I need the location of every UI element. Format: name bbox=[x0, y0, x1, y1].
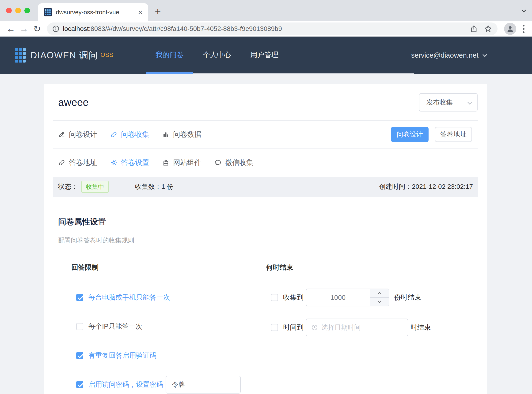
checkbox-password[interactable] bbox=[76, 381, 83, 388]
nav-item-personal-center[interactable]: 个人中心 bbox=[193, 36, 241, 73]
publish-select[interactable]: 发布收集 bbox=[419, 93, 478, 112]
reload-icon[interactable]: ↻ bbox=[31, 24, 44, 33]
end-condition-column: 何时结束 收集到 份时结束 时间到 bbox=[266, 263, 487, 394]
minimize-window-button[interactable] bbox=[15, 8, 21, 13]
main-menu: 我的问卷 个人中心 用户管理 bbox=[146, 36, 414, 74]
survey-tabs-row: 问卷设计 问卷收集 问卷数据 问卷设计 答卷地址 bbox=[44, 121, 487, 148]
close-tab-icon[interactable]: × bbox=[138, 8, 143, 16]
browser-tab-strip: dwsurvey-oss-front-vue × + bbox=[0, 0, 532, 21]
status-badge: 收集中 bbox=[81, 181, 109, 193]
browser-toolbar: ← → ↻ localhost:8083/#/dw/survey/c/attr/… bbox=[0, 21, 532, 36]
share-icon[interactable] bbox=[470, 25, 478, 33]
forward-icon: → bbox=[17, 24, 31, 33]
wechat-icon bbox=[214, 159, 221, 166]
bar-chart-icon bbox=[162, 131, 169, 138]
count-value-input[interactable] bbox=[306, 289, 370, 306]
pencil-icon bbox=[58, 131, 65, 138]
subtab-site-widget[interactable]: 网站组件 bbox=[162, 158, 201, 167]
checkbox-end-by-time[interactable] bbox=[271, 324, 278, 331]
created-label: 创建时间： bbox=[379, 183, 412, 190]
tab-title: dwsurvey-oss-front-vue bbox=[56, 9, 136, 16]
address-bar[interactable]: localhost:8083/#/dw/survey/c/attr/c98fa1… bbox=[47, 22, 498, 35]
password-input[interactable] bbox=[166, 376, 241, 394]
subtab-wechat-collect[interactable]: 微信收集 bbox=[214, 158, 253, 167]
count-number-input bbox=[306, 289, 389, 306]
card-header: aweee 发布收集 bbox=[44, 84, 487, 120]
checkbox-end-by-count[interactable] bbox=[271, 294, 278, 301]
logo-icon bbox=[15, 48, 26, 62]
time-suffix: 时结束 bbox=[410, 323, 431, 332]
end-row-count: 收集到 份时结束 bbox=[266, 289, 487, 306]
subtab-label: 网站组件 bbox=[173, 158, 201, 167]
checkbox-label[interactable]: 收集到 bbox=[283, 293, 303, 302]
rule-row-ip-once: 每个IP只能答一次 bbox=[71, 318, 266, 335]
rule-row-password: 启用访问密码，设置密码 bbox=[71, 376, 266, 394]
brand-edition: OSS bbox=[100, 51, 113, 59]
maximize-window-button[interactable] bbox=[24, 8, 30, 13]
checkbox-device-once[interactable] bbox=[76, 294, 83, 301]
status-bar: 状态： 收集中 收集数：1 份 创建时间：2021-12-02 23:02:17 bbox=[53, 177, 478, 197]
tab-survey-data[interactable]: 问卷数据 bbox=[162, 130, 201, 139]
new-tab-button[interactable]: + bbox=[155, 5, 161, 18]
nav-item-user-management[interactable]: 用户管理 bbox=[241, 36, 288, 73]
url-path: :8083/#/dw/survey/c/attr/c98fa140-50b7-4… bbox=[89, 25, 282, 32]
answer-url-button[interactable]: 答卷地址 bbox=[435, 127, 472, 142]
url-host: localhost bbox=[63, 25, 89, 32]
app-navbar: DIAOWEN 调问 OSS 我的问卷 个人中心 用户管理 service@di… bbox=[0, 36, 532, 74]
url-text[interactable]: localhost:8083/#/dw/survey/c/attr/c98fa1… bbox=[63, 25, 464, 33]
link-icon bbox=[58, 159, 65, 166]
checkbox-ip-once[interactable] bbox=[76, 323, 83, 330]
tab-search-chevron-icon[interactable] bbox=[522, 8, 525, 13]
collect-subtabs-row: 答卷地址 答卷设置 网站组件 微信收集 bbox=[44, 149, 487, 177]
subtab-answer-settings[interactable]: 答卷设置 bbox=[110, 158, 149, 167]
user-menu[interactable]: service@diaowen.net bbox=[411, 36, 486, 74]
gear-icon bbox=[110, 159, 117, 166]
link-icon bbox=[110, 131, 117, 138]
chevron-down-icon bbox=[483, 52, 487, 57]
checkbox-label[interactable]: 启用访问密码，设置密码 bbox=[88, 380, 163, 389]
favicon-icon bbox=[44, 8, 52, 16]
collect-count: 收集数：1 份 bbox=[135, 182, 173, 191]
checkbox-label[interactable]: 每个IP只能答一次 bbox=[88, 322, 142, 331]
tag-icon bbox=[162, 159, 169, 166]
answer-limit-column: 回答限制 每台电脑或手机只能答一次 每个IP只能答一次 有重复回答启用验证码 启… bbox=[71, 263, 266, 394]
bookmark-star-icon[interactable] bbox=[484, 25, 492, 33]
datetime-picker[interactable]: 选择日期时间 bbox=[306, 319, 408, 336]
created-time: 创建时间：2021-12-02 23:02:17 bbox=[379, 182, 473, 191]
attr-section: 问卷属性设置 配置问卷答卷时的收集规则 bbox=[44, 217, 487, 244]
browser-tab[interactable]: dwsurvey-oss-front-vue × bbox=[38, 3, 148, 21]
created-value: 2021-12-02 23:02:17 bbox=[412, 183, 473, 190]
subtab-label: 答卷地址 bbox=[69, 158, 97, 167]
checkbox-captcha[interactable] bbox=[76, 352, 83, 359]
survey-title: aweee bbox=[58, 97, 419, 108]
datetime-placeholder: 选择日期时间 bbox=[321, 323, 361, 332]
close-window-button[interactable] bbox=[6, 8, 12, 13]
tab-label: 问卷数据 bbox=[173, 130, 201, 139]
end-condition-header: 何时结束 bbox=[266, 263, 487, 272]
back-icon[interactable]: ← bbox=[4, 24, 17, 33]
count-value: 1 份 bbox=[161, 183, 173, 190]
survey-card: aweee 发布收集 问卷设计 问卷收集 问卷数据 问卷设计 答卷地址 bbox=[44, 84, 487, 394]
checkbox-label[interactable]: 有重复回答启用验证码 bbox=[88, 351, 156, 360]
stepper-down-button[interactable] bbox=[370, 298, 389, 306]
chevron-down-icon bbox=[468, 100, 472, 105]
checkbox-label[interactable]: 每台电脑或手机只能答一次 bbox=[88, 293, 170, 302]
brand-name: DIAOWEN 调问 bbox=[31, 49, 98, 61]
stepper-up-button[interactable] bbox=[370, 289, 389, 298]
nav-item-my-surveys[interactable]: 我的问卷 bbox=[146, 36, 193, 73]
subtab-answer-url[interactable]: 答卷地址 bbox=[58, 158, 97, 167]
checkbox-label[interactable]: 时间到 bbox=[283, 323, 303, 332]
browser-profile-avatar[interactable] bbox=[504, 23, 516, 35]
window-controls bbox=[6, 8, 30, 13]
tab-survey-collect[interactable]: 问卷收集 bbox=[110, 130, 149, 139]
number-stepper bbox=[370, 289, 389, 306]
design-button[interactable]: 问卷设计 bbox=[391, 127, 429, 142]
subtab-label: 答卷设置 bbox=[121, 158, 149, 167]
settings-form: 回答限制 每台电脑或手机只能答一次 每个IP只能答一次 有重复回答启用验证码 启… bbox=[44, 263, 487, 394]
tab-survey-design[interactable]: 问卷设计 bbox=[58, 130, 97, 139]
browser-menu-icon[interactable] bbox=[523, 25, 525, 33]
status-label: 状态： bbox=[58, 182, 78, 191]
info-icon[interactable] bbox=[52, 25, 60, 33]
count-suffix: 份时结束 bbox=[394, 293, 421, 302]
brand[interactable]: DIAOWEN 调问 OSS bbox=[15, 48, 113, 62]
